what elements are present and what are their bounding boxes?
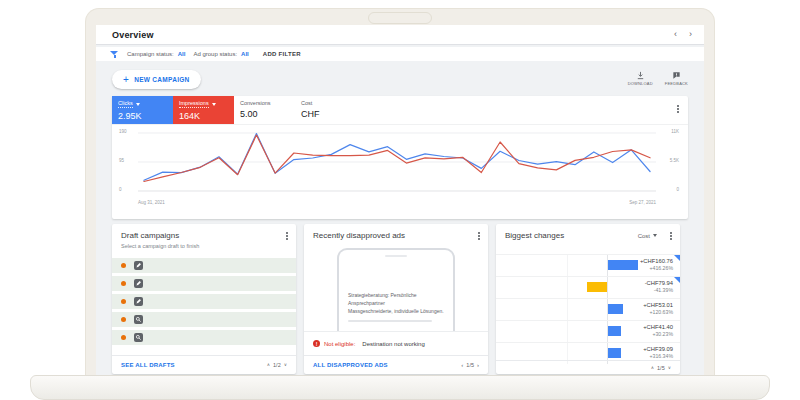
- x-axis-label-end: Sep 27, 2021: [629, 200, 656, 205]
- campaign-status-label: Campaign status:: [127, 51, 174, 57]
- pagination: 1/5: [651, 365, 671, 371]
- x-axis-label-start: Aug 31, 2021: [138, 200, 165, 205]
- change-row[interactable]: +CHF160.76+416.26%: [496, 254, 680, 276]
- grid-line: [567, 277, 568, 298]
- redacted-line: [348, 320, 432, 322]
- scorecard-conversions[interactable]: Conversions5.00: [234, 96, 295, 124]
- corner-flag-icon: [674, 255, 680, 261]
- overflow-menu-icon[interactable]: [677, 105, 679, 107]
- metric-selector[interactable]: Cost: [638, 233, 657, 239]
- chevron-down-icon[interactable]: [668, 365, 671, 371]
- draft-status-dot: [121, 335, 126, 340]
- scorecard-value: 5.00: [240, 109, 289, 119]
- scorecard-cost[interactable]: CostCHF: [295, 96, 356, 124]
- overflow-menu-icon[interactable]: [478, 232, 480, 234]
- edit-icon: [134, 279, 143, 288]
- search-icon: [134, 333, 143, 342]
- overview-summary-card: Clicks2.95KImpressions164KConversions5.0…: [112, 96, 688, 219]
- date-nav: [674, 30, 692, 39]
- change-amount: +CHF39.09: [643, 346, 673, 353]
- y-axis-tick: 5.5K: [670, 159, 679, 164]
- adgroup-status-value[interactable]: All: [241, 51, 249, 57]
- page-indicator: 1/2: [273, 362, 281, 368]
- error-icon: [313, 340, 320, 347]
- draft-list: [112, 258, 296, 348]
- pagination-next-icon[interactable]: [477, 362, 479, 368]
- all-disapproved-ads-link[interactable]: ALL DISAPPROVED ADS: [313, 362, 388, 368]
- see-all-drafts-link[interactable]: SEE ALL DRAFTS: [121, 362, 175, 368]
- dropdown-caret-icon: [136, 103, 140, 106]
- download-button[interactable]: DOWNLOAD: [628, 71, 653, 86]
- change-percent: +316.34%: [643, 353, 673, 360]
- chevron-right-icon[interactable]: [689, 30, 692, 39]
- chevron-down-icon[interactable]: [284, 362, 287, 368]
- scorecard-label: Conversions: [240, 100, 271, 106]
- draft-row[interactable]: [112, 294, 296, 309]
- pagination: 1/2: [267, 362, 287, 368]
- axis-line: [607, 277, 608, 298]
- change-values: +CHF53.01+120.63%: [643, 302, 673, 316]
- pagination-prev-icon[interactable]: [461, 362, 463, 368]
- y-axis-tick: 0: [119, 188, 122, 193]
- dropdown-caret-icon: [653, 234, 657, 237]
- panel-footer: ALL DISAPPROVED ADS 1/5: [304, 355, 488, 374]
- new-campaign-button[interactable]: NEW CAMPAIGN: [112, 70, 201, 89]
- draft-row[interactable]: [112, 276, 296, 291]
- download-icon: [636, 71, 645, 80]
- change-row[interactable]: +CHF53.01+120.63%: [496, 298, 680, 320]
- phone-speaker: [385, 255, 407, 257]
- panel-subtitle: Select a campaign draft to finish: [121, 243, 287, 249]
- feedback-button[interactable]: FEEDBACK: [665, 71, 688, 86]
- grid-line: [567, 255, 568, 276]
- change-bar: [608, 304, 623, 314]
- topbar: Overview: [96, 25, 704, 45]
- chevron-up-icon[interactable]: [651, 365, 654, 371]
- panel-disapproved-ads: Recently disapproved ads Strategieberatu…: [304, 224, 488, 374]
- draft-status-dot: [121, 317, 126, 322]
- ad-preview-phone: Strategieberatung: Persönliche Ansprechp…: [337, 248, 455, 334]
- filter-bar: Campaign status: All Ad group status: Al…: [96, 47, 704, 61]
- scorecard-impressions[interactable]: Impressions164K: [173, 96, 234, 124]
- change-row[interactable]: +CHF41.40+30.23%: [496, 320, 680, 342]
- chevron-left-icon[interactable]: [674, 30, 677, 39]
- change-bar: [608, 348, 621, 358]
- scorecard-label: Clicks: [118, 100, 133, 108]
- feedback-icon: [672, 71, 681, 80]
- edit-icon: [134, 297, 143, 306]
- change-bar: [587, 282, 607, 292]
- toolbar-actions: DOWNLOAD FEEDBACK: [628, 71, 688, 86]
- change-percent: +30.23%: [643, 331, 673, 338]
- camera-notch: [368, 12, 432, 24]
- grid-line: [567, 321, 568, 342]
- campaign-status-value[interactable]: All: [178, 51, 186, 57]
- change-amount: +CHF41.40: [643, 324, 673, 331]
- ad-headline: Strategieberatung: Persönliche Ansprechp…: [348, 292, 444, 308]
- overflow-menu-icon[interactable]: [286, 232, 288, 234]
- page-indicator: 1/5: [466, 362, 474, 368]
- draft-row[interactable]: [112, 330, 296, 345]
- change-bar: [608, 260, 638, 270]
- adgroup-status-label: Ad group status:: [193, 51, 237, 57]
- scorecard-label: Impressions: [179, 100, 209, 108]
- scorecard-clicks[interactable]: Clicks2.95K: [112, 96, 173, 124]
- screen: Overview Campaign status: All Ad group s…: [96, 25, 704, 376]
- add-filter-button[interactable]: ADD FILTER: [263, 51, 301, 57]
- toolbar: NEW CAMPAIGN DOWNLOAD FEEDBACK: [112, 70, 688, 90]
- change-amount: +CHF160.76: [640, 258, 673, 265]
- grid-line: [567, 299, 568, 320]
- change-row[interactable]: -CHF79.94-41.39%: [496, 276, 680, 298]
- draft-row[interactable]: [112, 312, 296, 327]
- dropdown-caret-icon: [212, 103, 216, 106]
- panel-header: Draft campaigns Select a campaign draft …: [112, 224, 296, 249]
- chevron-up-icon[interactable]: [267, 362, 270, 368]
- change-values: +CHF160.76+416.26%: [640, 258, 673, 272]
- overflow-menu-icon[interactable]: [670, 232, 672, 234]
- panel-biggest-changes: Biggest changes Cost +CHF160.76+416.26%-…: [496, 224, 680, 374]
- panel-title: Recently disapproved ads: [313, 231, 479, 240]
- draft-status-dot: [121, 263, 126, 268]
- changes-list: +CHF160.76+416.26%-CHF79.94-41.39%+CHF53…: [496, 254, 680, 364]
- panel-header: Recently disapproved ads: [304, 224, 488, 240]
- filter-funnel-icon: [110, 50, 119, 59]
- draft-row[interactable]: [112, 258, 296, 273]
- scorecard-value: 2.95K: [118, 111, 167, 121]
